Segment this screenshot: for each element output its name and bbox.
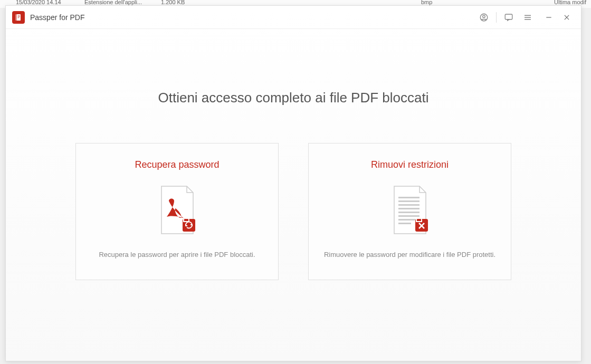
main-window: Passper for PDF [5, 5, 582, 361]
svg-rect-7 [398, 204, 420, 206]
bg-size: 1.200 KB [161, 0, 185, 5]
minimize-button[interactable] [541, 9, 557, 25]
content-area: Ottieni accesso completo ai file PDF blo… [6, 29, 581, 361]
close-button[interactable] [559, 9, 575, 25]
remove-card-title: Rimuovi restrizioni [371, 159, 449, 170]
svg-rect-12 [398, 223, 411, 224]
title-bar: Passper for PDF [6, 6, 581, 29]
recover-card-desc: Recupera le password per aprire i file P… [88, 251, 265, 258]
bg-bmp: bmp [421, 0, 432, 5]
svg-rect-6 [398, 200, 420, 202]
svg-rect-10 [398, 215, 420, 217]
svg-rect-9 [398, 212, 420, 213]
recover-card-title: Recupera password [135, 159, 219, 170]
cards-container: Recupera password [75, 143, 511, 280]
bg-date: 15/03/2020 14.14 [16, 0, 61, 5]
window-controls [541, 9, 575, 25]
recover-password-card[interactable]: Recupera password [75, 143, 279, 280]
bg-last-mod: Ultima modif [554, 0, 586, 5]
pdf-remove-icon [390, 185, 430, 236]
svg-rect-11 [398, 219, 415, 221]
user-account-icon[interactable] [475, 8, 493, 26]
toolbar-right [475, 8, 575, 26]
bg-ext: Estensione dell'appli... [84, 0, 142, 5]
app-logo-icon [12, 11, 25, 24]
svg-rect-8 [398, 208, 420, 209]
page-headline: Ottieni accesso completo ai file PDF blo… [158, 90, 429, 106]
feedback-icon[interactable] [500, 8, 518, 26]
app-title: Passper for PDF [30, 13, 475, 22]
remove-card-desc: Rimuovere le password per modificare i f… [313, 251, 506, 258]
svg-rect-3 [505, 14, 512, 20]
pdf-recover-icon [157, 185, 197, 236]
divider [496, 12, 497, 23]
remove-restrictions-card[interactable]: Rimuovi restrizioni [308, 143, 511, 280]
menu-icon[interactable] [519, 8, 537, 26]
svg-point-2 [483, 15, 485, 17]
svg-rect-5 [398, 197, 420, 198]
